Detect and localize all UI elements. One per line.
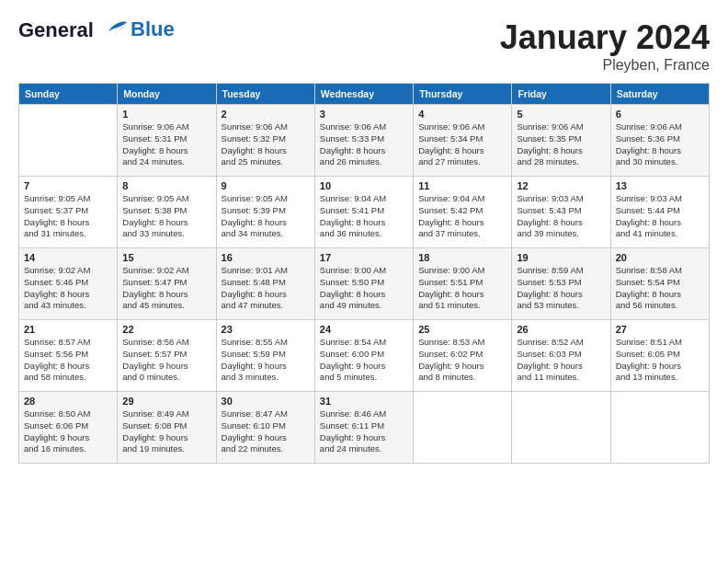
day-number: 26 bbox=[517, 324, 605, 335]
day-number: 13 bbox=[616, 180, 704, 191]
day-number: 15 bbox=[122, 252, 210, 263]
weekday-header-row: Sunday Monday Tuesday Wednesday Thursday… bbox=[19, 84, 710, 105]
calendar-cell-w5-d4 bbox=[414, 392, 512, 464]
week-row-5: 28Sunrise: 8:50 AM Sunset: 6:06 PM Dayli… bbox=[19, 392, 710, 464]
day-number: 18 bbox=[418, 252, 506, 263]
day-number: 14 bbox=[24, 252, 112, 263]
week-row-1: 1Sunrise: 9:06 AM Sunset: 5:31 PM Daylig… bbox=[19, 105, 710, 177]
day-number: 22 bbox=[122, 324, 210, 335]
calendar-cell-w2-d3: 10Sunrise: 9:04 AM Sunset: 5:41 PM Dayli… bbox=[314, 177, 413, 248]
calendar-cell-w5-d0: 28Sunrise: 8:50 AM Sunset: 6:06 PM Dayli… bbox=[19, 392, 118, 464]
header-wednesday: Wednesday bbox=[314, 84, 413, 105]
day-number: 5 bbox=[517, 109, 605, 120]
logo-blue: Blue bbox=[131, 18, 175, 40]
day-number: 29 bbox=[122, 396, 210, 407]
day-info: Sunrise: 8:50 AM Sunset: 6:06 PM Dayligh… bbox=[24, 408, 112, 455]
header-friday: Friday bbox=[512, 84, 610, 105]
day-info: Sunrise: 8:57 AM Sunset: 5:56 PM Dayligh… bbox=[24, 337, 112, 384]
calendar-cell-w1-d5: 5Sunrise: 9:06 AM Sunset: 5:35 PM Daylig… bbox=[512, 105, 610, 177]
day-info: Sunrise: 9:03 AM Sunset: 5:43 PM Dayligh… bbox=[517, 193, 605, 240]
calendar-cell-w1-d0 bbox=[19, 105, 118, 177]
calendar-cell-w4-d6: 27Sunrise: 8:51 AM Sunset: 6:05 PM Dayli… bbox=[610, 320, 709, 392]
day-number: 6 bbox=[616, 109, 704, 120]
calendar-cell-w3-d5: 19Sunrise: 8:59 AM Sunset: 5:53 PM Dayli… bbox=[512, 248, 610, 320]
header-tuesday: Tuesday bbox=[216, 84, 314, 105]
calendar-table: Sunday Monday Tuesday Wednesday Thursday… bbox=[18, 83, 710, 464]
day-number: 28 bbox=[24, 396, 112, 407]
calendar-cell-w2-d2: 9Sunrise: 9:05 AM Sunset: 5:39 PM Daylig… bbox=[216, 177, 314, 248]
calendar-cell-w1-d1: 1Sunrise: 9:06 AM Sunset: 5:31 PM Daylig… bbox=[118, 105, 216, 177]
day-info: Sunrise: 9:05 AM Sunset: 5:37 PM Dayligh… bbox=[24, 193, 112, 240]
day-info: Sunrise: 9:02 AM Sunset: 5:47 PM Dayligh… bbox=[122, 265, 210, 312]
calendar-cell-w1-d6: 6Sunrise: 9:06 AM Sunset: 5:36 PM Daylig… bbox=[610, 105, 709, 177]
title-block: January 2024 Pleyben, France bbox=[500, 18, 710, 74]
day-number: 11 bbox=[418, 180, 506, 191]
location-subtitle: Pleyben, France bbox=[500, 57, 710, 74]
day-number: 20 bbox=[616, 252, 704, 263]
day-info: Sunrise: 8:46 AM Sunset: 6:11 PM Dayligh… bbox=[320, 408, 408, 455]
calendar-header: Sunday Monday Tuesday Wednesday Thursday… bbox=[19, 84, 710, 105]
day-info: Sunrise: 8:55 AM Sunset: 5:59 PM Dayligh… bbox=[222, 337, 310, 384]
day-number: 12 bbox=[517, 180, 605, 191]
day-info: Sunrise: 8:47 AM Sunset: 6:10 PM Dayligh… bbox=[222, 408, 310, 455]
calendar-cell-w2-d5: 12Sunrise: 9:03 AM Sunset: 5:43 PM Dayli… bbox=[512, 177, 610, 248]
calendar-cell-w3-d3: 17Sunrise: 9:00 AM Sunset: 5:50 PM Dayli… bbox=[314, 248, 413, 320]
header: General Blue January 2024 Pleyben, Franc… bbox=[18, 18, 710, 74]
day-info: Sunrise: 9:05 AM Sunset: 5:39 PM Dayligh… bbox=[222, 193, 310, 240]
calendar-cell-w4-d0: 21Sunrise: 8:57 AM Sunset: 5:56 PM Dayli… bbox=[19, 320, 118, 392]
day-number: 16 bbox=[222, 252, 310, 263]
day-info: Sunrise: 8:49 AM Sunset: 6:08 PM Dayligh… bbox=[122, 408, 210, 455]
calendar-cell-w5-d3: 31Sunrise: 8:46 AM Sunset: 6:11 PM Dayli… bbox=[314, 392, 413, 464]
calendar-cell-w1-d4: 4Sunrise: 9:06 AM Sunset: 5:34 PM Daylig… bbox=[414, 105, 512, 177]
day-info: Sunrise: 9:06 AM Sunset: 5:35 PM Dayligh… bbox=[517, 121, 605, 168]
calendar-cell-w4-d3: 24Sunrise: 8:54 AM Sunset: 6:00 PM Dayli… bbox=[314, 320, 413, 392]
day-info: Sunrise: 8:56 AM Sunset: 5:57 PM Dayligh… bbox=[122, 337, 210, 384]
day-number: 24 bbox=[320, 324, 408, 335]
day-info: Sunrise: 9:06 AM Sunset: 5:34 PM Dayligh… bbox=[418, 121, 506, 168]
calendar-cell-w1-d2: 2Sunrise: 9:06 AM Sunset: 5:32 PM Daylig… bbox=[216, 105, 314, 177]
day-info: Sunrise: 9:01 AM Sunset: 5:48 PM Dayligh… bbox=[222, 265, 310, 312]
calendar-cell-w3-d6: 20Sunrise: 8:58 AM Sunset: 5:54 PM Dayli… bbox=[610, 248, 709, 320]
day-info: Sunrise: 9:06 AM Sunset: 5:36 PM Dayligh… bbox=[616, 121, 704, 168]
calendar-cell-w5-d6 bbox=[610, 392, 709, 464]
day-info: Sunrise: 9:06 AM Sunset: 5:32 PM Dayligh… bbox=[222, 121, 310, 168]
day-number: 17 bbox=[320, 252, 408, 263]
calendar-cell-w5-d5 bbox=[512, 392, 610, 464]
day-info: Sunrise: 9:05 AM Sunset: 5:38 PM Dayligh… bbox=[122, 193, 210, 240]
day-info: Sunrise: 9:06 AM Sunset: 5:31 PM Dayligh… bbox=[122, 121, 210, 168]
header-monday: Monday bbox=[118, 84, 216, 105]
month-title: January 2024 bbox=[500, 18, 710, 57]
day-number: 4 bbox=[418, 109, 506, 120]
day-number: 31 bbox=[320, 396, 408, 407]
day-info: Sunrise: 8:52 AM Sunset: 6:03 PM Dayligh… bbox=[517, 337, 605, 384]
day-info: Sunrise: 8:53 AM Sunset: 6:02 PM Dayligh… bbox=[418, 337, 506, 384]
calendar-cell-w5-d2: 30Sunrise: 8:47 AM Sunset: 6:10 PM Dayli… bbox=[216, 392, 314, 464]
day-number: 23 bbox=[222, 324, 310, 335]
day-number: 3 bbox=[320, 109, 408, 120]
day-number: 1 bbox=[122, 109, 210, 120]
logo-general: General bbox=[18, 18, 94, 41]
day-info: Sunrise: 8:54 AM Sunset: 6:00 PM Dayligh… bbox=[320, 337, 408, 384]
logo-bird-icon bbox=[101, 18, 131, 44]
page-container: General Blue January 2024 Pleyben, Franc… bbox=[0, 0, 728, 473]
day-number: 2 bbox=[222, 109, 310, 120]
day-number: 10 bbox=[320, 180, 408, 191]
calendar-cell-w2-d0: 7Sunrise: 9:05 AM Sunset: 5:37 PM Daylig… bbox=[19, 177, 118, 248]
calendar-cell-w1-d3: 3Sunrise: 9:06 AM Sunset: 5:33 PM Daylig… bbox=[314, 105, 413, 177]
header-sunday: Sunday bbox=[19, 84, 118, 105]
header-thursday: Thursday bbox=[414, 84, 512, 105]
day-number: 19 bbox=[517, 252, 605, 263]
day-info: Sunrise: 9:06 AM Sunset: 5:33 PM Dayligh… bbox=[320, 121, 408, 168]
calendar-cell-w3-d4: 18Sunrise: 9:00 AM Sunset: 5:51 PM Dayli… bbox=[414, 248, 512, 320]
calendar-cell-w3-d2: 16Sunrise: 9:01 AM Sunset: 5:48 PM Dayli… bbox=[216, 248, 314, 320]
calendar-cell-w4-d1: 22Sunrise: 8:56 AM Sunset: 5:57 PM Dayli… bbox=[118, 320, 216, 392]
day-number: 27 bbox=[616, 324, 704, 335]
calendar-cell-w2-d6: 13Sunrise: 9:03 AM Sunset: 5:44 PM Dayli… bbox=[610, 177, 709, 248]
day-number: 30 bbox=[222, 396, 310, 407]
day-info: Sunrise: 8:58 AM Sunset: 5:54 PM Dayligh… bbox=[616, 265, 704, 312]
calendar-cell-w5-d1: 29Sunrise: 8:49 AM Sunset: 6:08 PM Dayli… bbox=[118, 392, 216, 464]
day-number: 7 bbox=[24, 180, 112, 191]
calendar-cell-w4-d5: 26Sunrise: 8:52 AM Sunset: 6:03 PM Dayli… bbox=[512, 320, 610, 392]
day-info: Sunrise: 8:59 AM Sunset: 5:53 PM Dayligh… bbox=[517, 265, 605, 312]
week-row-2: 7Sunrise: 9:05 AM Sunset: 5:37 PM Daylig… bbox=[19, 177, 710, 248]
